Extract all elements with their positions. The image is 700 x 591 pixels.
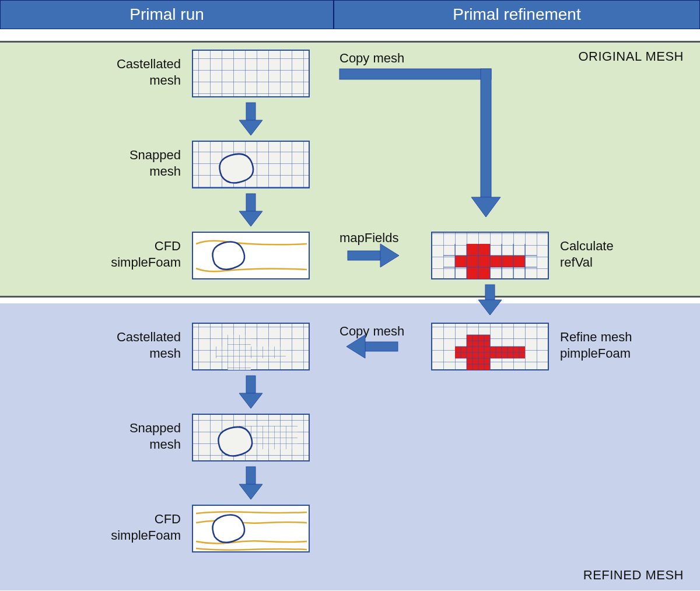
box-snapped-2: [192, 414, 309, 461]
svg-rect-50: [365, 342, 398, 351]
svg-rect-6: [246, 194, 256, 211]
arrow-down-4: [239, 467, 262, 499]
svg-marker-7: [239, 211, 262, 226]
svg-rect-10: [481, 69, 491, 197]
svg-marker-28: [478, 300, 502, 315]
arrow-copy-mesh-2: [346, 335, 398, 358]
arrow-mapfields: [348, 244, 399, 267]
svg-marker-61: [239, 484, 262, 499]
svg-rect-56: [246, 376, 256, 393]
svg-marker-11: [471, 197, 501, 217]
diagram-canvas: [0, 0, 700, 591]
svg-rect-54: [216, 347, 286, 358]
arrow-down-3: [239, 376, 262, 408]
svg-rect-27: [485, 285, 495, 300]
svg-marker-57: [239, 393, 262, 408]
box-calculate-refval: [432, 232, 548, 279]
box-refine-pimplefoam: [432, 323, 548, 370]
svg-marker-4: [239, 120, 262, 135]
svg-rect-9: [340, 69, 491, 79]
box-castellated-2: [192, 323, 309, 370]
svg-marker-13: [380, 244, 399, 267]
svg-rect-53: [228, 335, 251, 347]
arrow-copy-mesh-1: [340, 69, 501, 217]
svg-rect-60: [246, 467, 256, 484]
svg-marker-51: [346, 335, 365, 358]
arrow-down-1: [239, 103, 262, 135]
box-castellated-1: [192, 50, 309, 97]
svg-rect-2: [192, 50, 309, 97]
arrow-down-refine: [478, 285, 502, 315]
arrow-down-2: [239, 194, 262, 226]
box-cfd-2: [192, 505, 309, 552]
box-cfd-1: [192, 232, 309, 279]
svg-rect-12: [348, 251, 380, 260]
svg-rect-55: [228, 358, 251, 370]
box-snapped-1: [192, 141, 309, 188]
svg-rect-3: [246, 103, 256, 120]
